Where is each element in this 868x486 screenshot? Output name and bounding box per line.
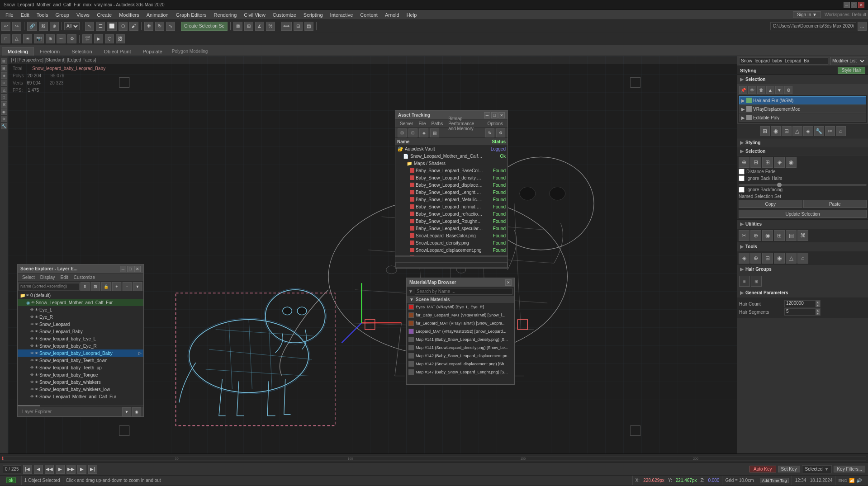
scene-explorer-close[interactable]: ✕ bbox=[134, 266, 141, 272]
material-fur-baby[interactable]: fur_Baby_Leopard_MAT (VRayHairMtl) [Snow… bbox=[407, 311, 514, 319]
material-map141[interactable]: Map #141 (Baby_Snow_Leopard_density.png)… bbox=[407, 335, 514, 344]
tab-selection[interactable]: Selection bbox=[66, 47, 98, 56]
left-btn-1[interactable]: ⊞ bbox=[1, 58, 7, 64]
mirror-btn[interactable]: ⟺ bbox=[281, 22, 292, 31]
asset-snow-basecolor-row[interactable]: SnowLeopard_BaseColor.png Found bbox=[395, 232, 508, 239]
asset-minimize-btn[interactable]: ─ bbox=[484, 112, 490, 118]
tool-btn4[interactable]: ◉ bbox=[774, 253, 785, 264]
mod-hair-fur[interactable]: ▶ Hair and Fur (WSM) bbox=[739, 96, 866, 104]
asset-menu-server[interactable]: Server bbox=[397, 121, 416, 127]
sel-icon-4[interactable]: ◈ bbox=[774, 157, 785, 168]
asset-menu-paths[interactable]: Paths bbox=[429, 121, 446, 127]
render-frame-btn[interactable]: 🖼 bbox=[116, 34, 125, 43]
selection-sub-header[interactable]: ▶ Selection bbox=[737, 147, 868, 156]
left-btn-3[interactable]: ◈ bbox=[1, 72, 7, 79]
asset-specular-row[interactable]: Baby_Snow_Leopard_specular.png Found bbox=[395, 225, 508, 232]
mod-config-btn[interactable]: ⚙ bbox=[784, 86, 792, 94]
asset-tb4[interactable]: ▤ bbox=[430, 128, 439, 137]
asset-metallic-row[interactable]: Baby_Snow_Leopard_Metallic.png Found bbox=[395, 196, 508, 203]
asset-tb-settings[interactable]: ⚙ bbox=[496, 128, 505, 137]
selection-header[interactable]: ▶ Selection bbox=[737, 75, 868, 84]
menu-item-graph[interactable]: Graph Editors bbox=[172, 11, 210, 19]
percent-snap-btn[interactable]: % bbox=[266, 22, 275, 31]
material-fur-leopard[interactable]: fur_Leopard_MAT (VRayHairMtl) [Snow_Leop… bbox=[407, 319, 514, 327]
scene-menu-customize[interactable]: Customize bbox=[71, 274, 98, 280]
scene-menu-edit[interactable]: Edit bbox=[58, 274, 71, 280]
hair-segments-down[interactable]: ▼ bbox=[816, 312, 820, 315]
scene-filter-input[interactable]: Name (Sorted Ascending) bbox=[19, 283, 80, 290]
ignore-back-hairs-check[interactable] bbox=[739, 175, 745, 181]
snap-3d-btn[interactable]: ⊞ bbox=[244, 22, 253, 31]
left-btn-8[interactable]: ◉ bbox=[1, 109, 7, 115]
asset-maps-row[interactable]: 📁 Maps / Shaders bbox=[395, 160, 508, 167]
rt-btn7[interactable]: ✂ bbox=[825, 126, 835, 136]
align-btn[interactable]: ⊟ bbox=[294, 22, 303, 31]
paint-select-btn[interactable]: 🖌 bbox=[129, 22, 138, 31]
tree-item-whiskers-low[interactable]: 👁👁 Snow_leopard_baby_whiskers_low bbox=[18, 386, 143, 393]
move-btn[interactable]: ✚ bbox=[144, 22, 153, 31]
asset-scroll-area[interactable] bbox=[395, 255, 508, 262]
scene-footer-btn2[interactable]: ◉ bbox=[132, 407, 141, 416]
tree-item-eye-l[interactable]: 👁👁 Eye_L bbox=[18, 306, 143, 313]
left-btn-2[interactable]: ⊟ bbox=[1, 65, 7, 71]
play-fwd-btn[interactable]: ▶▶ bbox=[66, 465, 76, 474]
tools-section-header[interactable]: ▶ Tools bbox=[737, 242, 868, 251]
menu-item-help[interactable]: Help bbox=[403, 11, 421, 19]
util-btn3[interactable]: ◉ bbox=[762, 230, 773, 241]
create-geo-btn[interactable]: □ bbox=[1, 34, 10, 43]
menu-item-group[interactable]: Group bbox=[52, 11, 73, 19]
scene-explorer-minimize[interactable]: ─ bbox=[120, 266, 126, 272]
paste-btn[interactable]: Paste bbox=[803, 200, 867, 208]
material-search-input[interactable] bbox=[415, 288, 512, 295]
left-btn-6[interactable]: □ bbox=[1, 94, 7, 100]
general-params-header[interactable]: ▶ General Parameters bbox=[737, 288, 868, 297]
utilities-section[interactable]: ▶ Utilities bbox=[737, 220, 868, 229]
mod-pin-btn[interactable]: 📌 bbox=[739, 86, 747, 94]
play-back-btn[interactable]: ◀◀ bbox=[45, 465, 54, 474]
play-end-btn[interactable]: ▶| bbox=[88, 465, 97, 474]
scene-materials-header[interactable]: ▼ Scene Materials bbox=[407, 296, 514, 303]
material-map141b[interactable]: Map #141 (SnowLeopard_density.png) [Snow… bbox=[407, 344, 514, 352]
asset-vault-row[interactable]: 🔐 Autodesk Vault Logged bbox=[395, 145, 508, 152]
browse-btn[interactable]: ... bbox=[858, 22, 867, 31]
scene-options-btn[interactable]: ▼ bbox=[133, 282, 142, 291]
add-time-tag-btn[interactable]: Add Time Tag bbox=[760, 478, 789, 483]
hair-segments-up[interactable]: ▲ bbox=[816, 309, 820, 312]
tree-item-baby-eye-l[interactable]: 👁👁 Snow_leopard_baby_Eye_L bbox=[18, 335, 143, 342]
shapes-btn[interactable]: △ bbox=[12, 34, 21, 43]
rt-btn5[interactable]: ◈ bbox=[803, 126, 813, 136]
menu-item-views[interactable]: Views bbox=[73, 11, 93, 19]
mod-show-btn[interactable]: 👁 bbox=[748, 86, 756, 94]
sel-icon-5[interactable]: ◉ bbox=[786, 157, 797, 168]
undo-btn[interactable]: ↩ bbox=[1, 22, 10, 31]
style-hair-btn[interactable]: Style Hair bbox=[838, 67, 865, 74]
scene-filter-btn[interactable]: ⊞ bbox=[91, 282, 100, 291]
asset-fur-row[interactable]: 📄 Snow_Leopard_Mother_and_Calf_Fur... Ok bbox=[395, 152, 508, 160]
menu-item-tools[interactable]: Tools bbox=[33, 11, 52, 19]
tab-populate[interactable]: Populate bbox=[137, 47, 168, 56]
asset-restore-btn[interactable]: □ bbox=[491, 112, 498, 118]
left-btn-9[interactable]: ⚙ bbox=[1, 116, 7, 122]
snap-2d-btn[interactable]: ⊠ bbox=[233, 22, 242, 31]
tab-object-paint[interactable]: Object Paint bbox=[98, 47, 137, 56]
menu-item-file[interactable]: File bbox=[2, 11, 17, 19]
systems-btn[interactable]: ⚙ bbox=[67, 34, 76, 43]
styling-section-header[interactable]: Styling Style Hair bbox=[737, 66, 868, 75]
asset-tb2[interactable]: ⊟ bbox=[408, 128, 417, 137]
tree-item-whiskers[interactable]: 👁👁 Snow_leopard_baby_whiskers bbox=[18, 378, 143, 386]
asset-density-row[interactable]: Baby_Snow_Leopard_density.png Found bbox=[395, 174, 508, 181]
menu-item-arnold[interactable]: Arnold bbox=[381, 11, 403, 19]
bind-btn[interactable]: ⊕ bbox=[50, 22, 59, 31]
scene-add-btn[interactable]: + bbox=[112, 282, 121, 291]
menu-item-civil[interactable]: Civil View bbox=[240, 11, 269, 19]
asset-snow-density-row[interactable]: SnowLeopard_density.png Found bbox=[395, 239, 508, 246]
scene-menu-select[interactable]: Select bbox=[19, 274, 38, 280]
modifier-list-select[interactable]: Modifier List bbox=[830, 57, 866, 65]
rt-btn6[interactable]: 🔧 bbox=[814, 126, 824, 136]
mod-vray-disp[interactable]: ▶ VRayDisplacementMod bbox=[739, 105, 866, 113]
mod-editable-poly[interactable]: ▶ Editable Poly bbox=[739, 113, 866, 122]
prev-frame-btn[interactable]: ◀ bbox=[34, 465, 43, 474]
util-btn6[interactable]: ⌘ bbox=[797, 230, 808, 241]
menu-item-customize[interactable]: Customize bbox=[269, 11, 300, 19]
material-leopard[interactable]: Leopard_MAT (VRayFastSSS2) [Snow_Leopard… bbox=[407, 327, 514, 335]
